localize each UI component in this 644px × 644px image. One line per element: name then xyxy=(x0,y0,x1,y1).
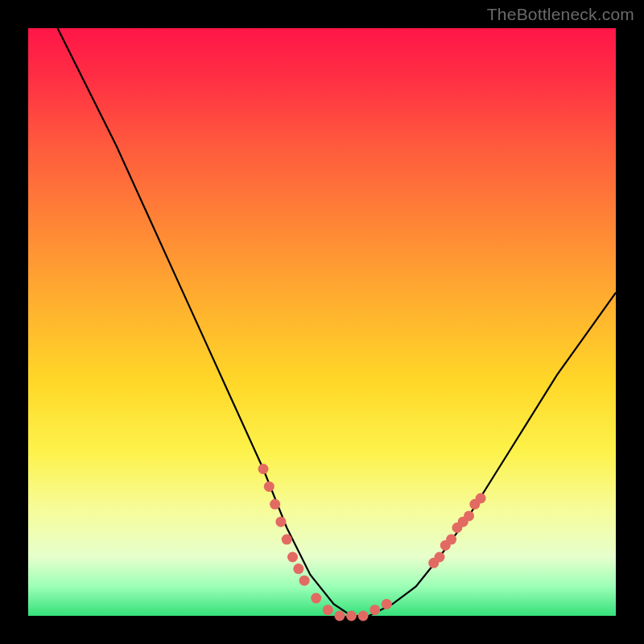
watermark-text: TheBottleneck.com xyxy=(487,5,634,24)
marker-dot xyxy=(311,593,321,604)
marker-dot xyxy=(435,552,445,563)
marker-dot xyxy=(382,599,392,609)
chart-frame: TheBottleneck.com xyxy=(0,0,644,644)
marker-dot xyxy=(323,605,333,615)
marker-dot xyxy=(358,611,369,621)
marker-dot xyxy=(334,611,345,621)
marker-dot xyxy=(369,605,380,615)
marker-dot xyxy=(299,576,310,586)
marker-dot xyxy=(275,517,286,527)
plot-area xyxy=(28,28,616,616)
marker-dot xyxy=(258,464,269,474)
marker-dot xyxy=(346,611,357,621)
marker-dot xyxy=(264,481,275,492)
marker-dot xyxy=(446,535,456,545)
marker-dot xyxy=(293,564,303,574)
marker-dot xyxy=(287,552,298,563)
marker-dot xyxy=(464,510,474,521)
marker-dot xyxy=(270,499,280,510)
marker-dot xyxy=(282,535,292,545)
highlight-markers xyxy=(258,464,486,621)
marker-dot xyxy=(476,493,486,504)
curve-layer xyxy=(28,28,616,616)
bottleneck-curve xyxy=(58,28,617,616)
